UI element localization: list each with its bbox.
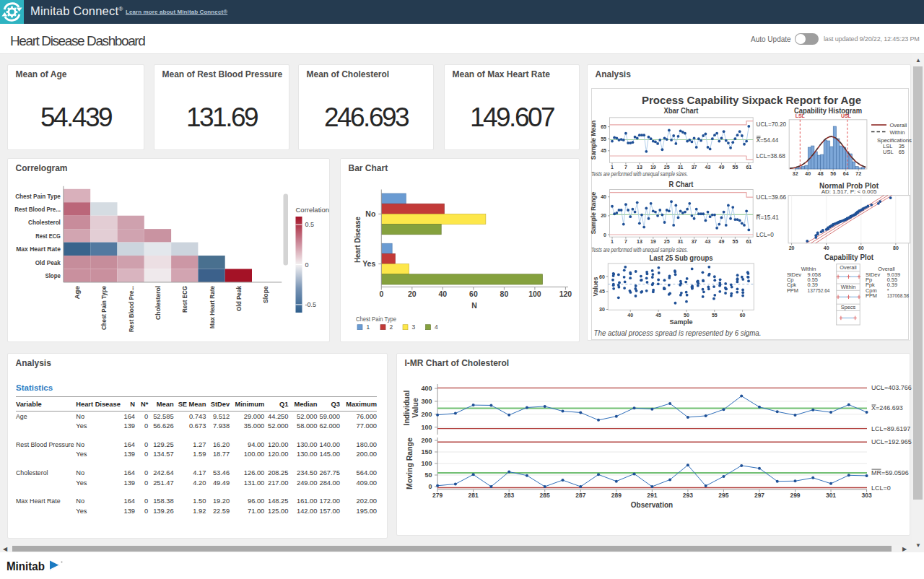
svg-text:60: 60: [599, 274, 605, 279]
svg-text:50: 50: [424, 471, 432, 479]
svg-text:40: 40: [805, 171, 811, 176]
svg-text:UCL=403.766: UCL=403.766: [871, 384, 912, 391]
svg-text:61: 61: [746, 239, 751, 244]
svg-text:Correlation: Correlation: [296, 206, 329, 214]
svg-text:56: 56: [830, 171, 836, 176]
svg-text:The actual process spread is r: The actual process spread is represented…: [594, 328, 762, 337]
svg-text:Overall: Overall: [890, 122, 907, 129]
svg-text:283: 283: [504, 492, 514, 499]
svg-text:150: 150: [421, 448, 432, 456]
svg-text:Sample Mean: Sample Mean: [590, 121, 597, 160]
svg-text:Rest Blood Pre...: Rest Blood Pre...: [127, 286, 135, 332]
svg-text:Old Peak: Old Peak: [235, 286, 243, 311]
svg-text:43: 43: [705, 239, 711, 244]
svg-text:20: 20: [789, 245, 795, 251]
svg-text:289: 289: [611, 492, 622, 499]
svg-text:USL: USL: [841, 113, 852, 118]
svg-text:LSL: LSL: [796, 113, 806, 118]
svg-text:-0.5: -0.5: [305, 301, 317, 308]
svg-text:400: 400: [421, 385, 432, 392]
svg-text:32: 32: [793, 171, 798, 176]
svg-text:X=54.44: X=54.44: [757, 137, 779, 144]
svg-text:301: 301: [826, 492, 836, 499]
svg-text:80: 80: [893, 245, 899, 251]
svg-text:X=246.693: X=246.693: [871, 404, 903, 412]
svg-text:45: 45: [601, 148, 606, 153]
svg-text:Age: Age: [73, 285, 81, 299]
svg-text:299: 299: [790, 492, 800, 499]
svg-text:55: 55: [601, 136, 606, 142]
svg-text:0.5: 0.5: [305, 221, 315, 228]
svg-text:Individual: Individual: [402, 390, 411, 425]
svg-text:AD: 1.517, P: < 0.005: AD: 1.517, P: < 0.005: [821, 188, 877, 195]
svg-text:Observation: Observation: [631, 501, 673, 509]
svg-text:Xbar Chart: Xbar Chart: [664, 106, 699, 115]
svg-text:303: 303: [862, 492, 872, 499]
svg-text:13: 13: [637, 165, 642, 170]
svg-text:285: 285: [540, 492, 550, 499]
svg-text:UCL=192.965: UCL=192.965: [871, 438, 912, 445]
svg-text:Slope: Slope: [45, 271, 61, 279]
svg-text:200: 200: [421, 437, 432, 444]
svg-text:64: 64: [843, 171, 849, 176]
svg-text:19: 19: [650, 239, 656, 244]
svg-text:PPM: PPM: [787, 287, 798, 294]
svg-text:UCL=39.66: UCL=39.66: [757, 194, 787, 201]
svg-text:48: 48: [818, 171, 824, 176]
svg-text:50: 50: [684, 313, 689, 318]
svg-text:3: 3: [412, 323, 416, 331]
svg-text:Rest Blood Pre...: Rest Blood Pre...: [14, 205, 61, 213]
svg-text:31: 31: [678, 165, 684, 170]
svg-text:Value: Value: [411, 398, 419, 418]
svg-text:Cholesterol: Cholesterol: [28, 218, 61, 226]
svg-text:Specs: Specs: [841, 304, 856, 310]
svg-text:281: 281: [468, 492, 479, 499]
svg-text:Yes: Yes: [362, 259, 375, 268]
svg-text:UCL=70.20: UCL=70.20: [757, 121, 787, 128]
svg-text:120: 120: [559, 290, 572, 298]
svg-text:55: 55: [712, 313, 718, 318]
svg-text:Rest ECG: Rest ECG: [35, 232, 61, 240]
svg-text:2: 2: [390, 323, 393, 331]
svg-text:100: 100: [421, 424, 432, 431]
svg-text:1: 1: [367, 323, 370, 331]
svg-text:Rest ECG: Rest ECG: [180, 286, 188, 313]
svg-text:61: 61: [746, 165, 751, 170]
svg-text:LCL=0: LCL=0: [871, 484, 891, 492]
svg-text:20: 20: [408, 290, 417, 298]
svg-text:0: 0: [379, 290, 383, 298]
svg-text:65: 65: [899, 149, 905, 155]
svg-text:Max Heart Rate: Max Heart Rate: [16, 245, 61, 253]
svg-text:25: 25: [664, 165, 670, 170]
svg-text:Chest Pain Type: Chest Pain Type: [100, 286, 108, 330]
svg-text:49: 49: [719, 165, 725, 170]
svg-text:1: 1: [611, 165, 614, 170]
svg-text:43: 43: [705, 165, 711, 170]
svg-text:Heart Disease: Heart Disease: [354, 217, 362, 263]
svg-text:Capability Plot: Capability Plot: [824, 253, 873, 261]
svg-text:Tests are performed with unequ: Tests are performed with unequal sample …: [591, 170, 688, 178]
svg-text:Moving Range: Moving Range: [405, 437, 414, 489]
svg-text:Sample Range: Sample Range: [590, 191, 597, 234]
svg-text:R=15.41: R=15.41: [757, 214, 780, 221]
svg-text:PPM: PPM: [866, 292, 877, 299]
svg-text:40: 40: [601, 194, 606, 199]
svg-text:60: 60: [740, 313, 746, 318]
svg-text:Sample: Sample: [669, 318, 692, 326]
svg-text:291: 291: [647, 492, 657, 499]
svg-text:72: 72: [855, 171, 861, 176]
svg-text:65: 65: [601, 124, 606, 129]
svg-text:Values: Values: [592, 277, 599, 296]
svg-text:293: 293: [683, 492, 693, 499]
svg-text:4: 4: [435, 323, 438, 331]
svg-text:Cholesterol: Cholesterol: [154, 286, 162, 320]
svg-text:80: 80: [500, 290, 509, 298]
svg-text:MR=59.0596: MR=59.0596: [871, 469, 909, 476]
svg-text:Chest Pain Type: Chest Pain Type: [356, 315, 396, 323]
svg-text:13: 13: [637, 239, 642, 244]
svg-text:1: 1: [611, 239, 614, 244]
svg-text:Within: Within: [890, 129, 905, 136]
svg-text:200: 200: [421, 411, 432, 418]
svg-text:19: 19: [650, 165, 656, 170]
svg-text:Old Peak: Old Peak: [35, 258, 61, 266]
